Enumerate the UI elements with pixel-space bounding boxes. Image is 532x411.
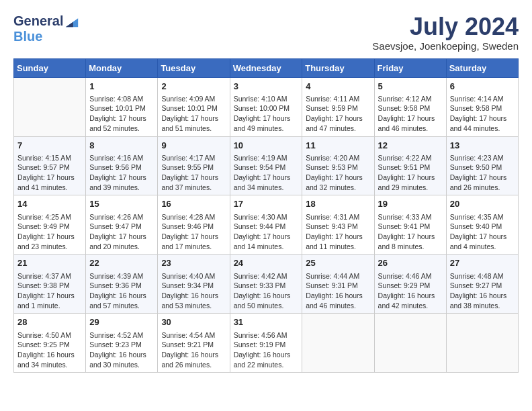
day-info: Sunrise: 4:33 AM Sunset: 9:41 PM Dayligh… [378,212,443,252]
day-number: 30 [161,316,226,328]
calendar-cell [446,314,518,373]
calendar-cell: 16Sunrise: 4:28 AM Sunset: 9:46 PM Dayli… [158,195,230,255]
calendar-cell: 24Sunrise: 4:42 AM Sunset: 9:33 PM Dayli… [230,255,302,314]
week-row-2: 7Sunrise: 4:15 AM Sunset: 9:57 PM Daylig… [14,136,519,195]
day-info: Sunrise: 4:09 AM Sunset: 10:01 PM Daylig… [161,94,226,134]
day-number: 8 [89,140,154,152]
day-number: 20 [450,198,515,210]
calendar-cell: 26Sunrise: 4:46 AM Sunset: 9:29 PM Dayli… [374,255,446,314]
calendar-cell: 25Sunrise: 4:44 AM Sunset: 9:31 PM Dayli… [302,255,374,314]
day-info: Sunrise: 4:12 AM Sunset: 9:58 PM Dayligh… [378,94,443,134]
calendar-cell: 31Sunrise: 4:56 AM Sunset: 9:19 PM Dayli… [230,314,302,373]
calendar-cell: 30Sunrise: 4:54 AM Sunset: 9:21 PM Dayli… [158,314,230,373]
calendar-cell: 20Sunrise: 4:35 AM Sunset: 9:40 PM Dayli… [446,195,518,255]
day-info: Sunrise: 4:10 AM Sunset: 10:00 PM Daylig… [234,94,299,134]
weekday-header-friday: Friday [374,58,446,77]
day-info: Sunrise: 4:22 AM Sunset: 9:51 PM Dayligh… [378,153,443,193]
day-number: 7 [17,140,82,152]
day-number: 15 [89,198,154,210]
day-info: Sunrise: 4:54 AM Sunset: 9:21 PM Dayligh… [161,330,226,370]
day-number: 11 [306,140,370,152]
day-info: Sunrise: 4:42 AM Sunset: 9:33 PM Dayligh… [234,271,299,311]
day-number: 27 [450,257,515,269]
calendar-cell: 29Sunrise: 4:52 AM Sunset: 9:23 PM Dayli… [86,314,158,373]
logo: General Blue [13,13,79,44]
day-number: 21 [17,257,82,269]
calendar-cell: 1Sunrise: 4:08 AM Sunset: 10:01 PM Dayli… [86,77,158,136]
calendar-cell: 22Sunrise: 4:39 AM Sunset: 9:36 PM Dayli… [86,255,158,314]
calendar-cell: 8Sunrise: 4:16 AM Sunset: 9:56 PM Daylig… [86,136,158,195]
weekday-header-wednesday: Wednesday [230,58,302,77]
day-number: 2 [161,81,226,93]
day-number: 29 [89,316,154,328]
day-number: 6 [450,81,515,93]
day-number: 1 [89,81,154,93]
calendar-cell: 3Sunrise: 4:10 AM Sunset: 10:00 PM Dayli… [230,77,302,136]
day-number: 4 [306,81,370,93]
day-info: Sunrise: 4:17 AM Sunset: 9:55 PM Dayligh… [161,153,226,193]
day-number: 19 [378,198,443,210]
day-info: Sunrise: 4:30 AM Sunset: 9:44 PM Dayligh… [234,212,299,252]
day-number: 24 [234,257,299,269]
week-row-5: 28Sunrise: 4:50 AM Sunset: 9:25 PM Dayli… [14,314,519,373]
calendar-cell: 15Sunrise: 4:26 AM Sunset: 9:47 PM Dayli… [86,195,158,255]
day-number: 12 [378,140,443,152]
day-number: 16 [161,198,226,210]
day-info: Sunrise: 4:15 AM Sunset: 9:57 PM Dayligh… [17,153,82,193]
weekday-header-saturday: Saturday [446,58,518,77]
calendar-table: SundayMondayTuesdayWednesdayThursdayFrid… [13,58,519,373]
day-info: Sunrise: 4:56 AM Sunset: 9:19 PM Dayligh… [234,330,299,370]
calendar-cell: 17Sunrise: 4:30 AM Sunset: 9:44 PM Dayli… [230,195,302,255]
calendar-cell: 27Sunrise: 4:48 AM Sunset: 9:27 PM Dayli… [446,255,518,314]
day-number: 31 [234,316,299,328]
calendar-cell: 2Sunrise: 4:09 AM Sunset: 10:01 PM Dayli… [158,77,230,136]
calendar-cell: 12Sunrise: 4:22 AM Sunset: 9:51 PM Dayli… [374,136,446,195]
calendar-cell: 6Sunrise: 4:14 AM Sunset: 9:58 PM Daylig… [446,77,518,136]
day-info: Sunrise: 4:20 AM Sunset: 9:53 PM Dayligh… [306,153,370,193]
calendar-cell: 7Sunrise: 4:15 AM Sunset: 9:57 PM Daylig… [14,136,86,195]
day-number: 18 [306,198,370,210]
header: General Blue July 2024 Saevsjoe, Joenkoe… [13,13,519,52]
calendar-cell [302,314,374,373]
weekday-header-sunday: Sunday [14,58,86,77]
calendar-cell: 14Sunrise: 4:25 AM Sunset: 9:49 PM Dayli… [14,195,86,255]
calendar-cell: 4Sunrise: 4:11 AM Sunset: 9:59 PM Daylig… [302,77,374,136]
day-info: Sunrise: 4:40 AM Sunset: 9:34 PM Dayligh… [161,271,226,311]
day-info: Sunrise: 4:14 AM Sunset: 9:58 PM Dayligh… [450,94,515,134]
week-row-4: 21Sunrise: 4:37 AM Sunset: 9:38 PM Dayli… [14,255,519,314]
logo-blue-text: Blue [13,29,42,44]
calendar-cell: 11Sunrise: 4:20 AM Sunset: 9:53 PM Dayli… [302,136,374,195]
day-info: Sunrise: 4:44 AM Sunset: 9:31 PM Dayligh… [306,271,370,311]
day-info: Sunrise: 4:11 AM Sunset: 9:59 PM Dayligh… [306,94,370,134]
day-number: 14 [17,198,82,210]
calendar-cell: 28Sunrise: 4:50 AM Sunset: 9:25 PM Dayli… [14,314,86,373]
day-info: Sunrise: 4:26 AM Sunset: 9:47 PM Dayligh… [89,212,154,252]
weekday-header-thursday: Thursday [302,58,374,77]
title-section: July 2024 Saevsjoe, Joenkoeping, Sweden [372,13,519,52]
calendar-cell: 13Sunrise: 4:23 AM Sunset: 9:50 PM Dayli… [446,136,518,195]
day-info: Sunrise: 4:37 AM Sunset: 9:38 PM Dayligh… [17,271,82,311]
day-info: Sunrise: 4:08 AM Sunset: 10:01 PM Daylig… [89,94,154,134]
day-info: Sunrise: 4:28 AM Sunset: 9:46 PM Dayligh… [161,212,226,252]
day-info: Sunrise: 4:16 AM Sunset: 9:56 PM Dayligh… [89,153,154,193]
day-number: 13 [450,140,515,152]
day-info: Sunrise: 4:31 AM Sunset: 9:43 PM Dayligh… [306,212,370,252]
location: Saevsjoe, Joenkoeping, Sweden [372,40,519,52]
day-number: 3 [234,81,299,93]
calendar-cell: 19Sunrise: 4:33 AM Sunset: 9:41 PM Dayli… [374,195,446,255]
calendar-cell: 5Sunrise: 4:12 AM Sunset: 9:58 PM Daylig… [374,77,446,136]
day-number: 23 [161,257,226,269]
calendar-cell [374,314,446,373]
day-number: 9 [161,140,226,152]
day-info: Sunrise: 4:50 AM Sunset: 9:25 PM Dayligh… [17,330,82,370]
calendar-cell: 23Sunrise: 4:40 AM Sunset: 9:34 PM Dayli… [158,255,230,314]
week-row-3: 14Sunrise: 4:25 AM Sunset: 9:49 PM Dayli… [14,195,519,255]
day-info: Sunrise: 4:19 AM Sunset: 9:54 PM Dayligh… [234,153,299,193]
day-number: 10 [234,140,299,152]
calendar-cell [14,77,86,136]
month-title: July 2024 [372,13,519,40]
day-info: Sunrise: 4:25 AM Sunset: 9:49 PM Dayligh… [17,212,82,252]
day-info: Sunrise: 4:46 AM Sunset: 9:29 PM Dayligh… [378,271,443,311]
day-info: Sunrise: 4:39 AM Sunset: 9:36 PM Dayligh… [89,271,154,311]
weekday-header-monday: Monday [86,58,158,77]
